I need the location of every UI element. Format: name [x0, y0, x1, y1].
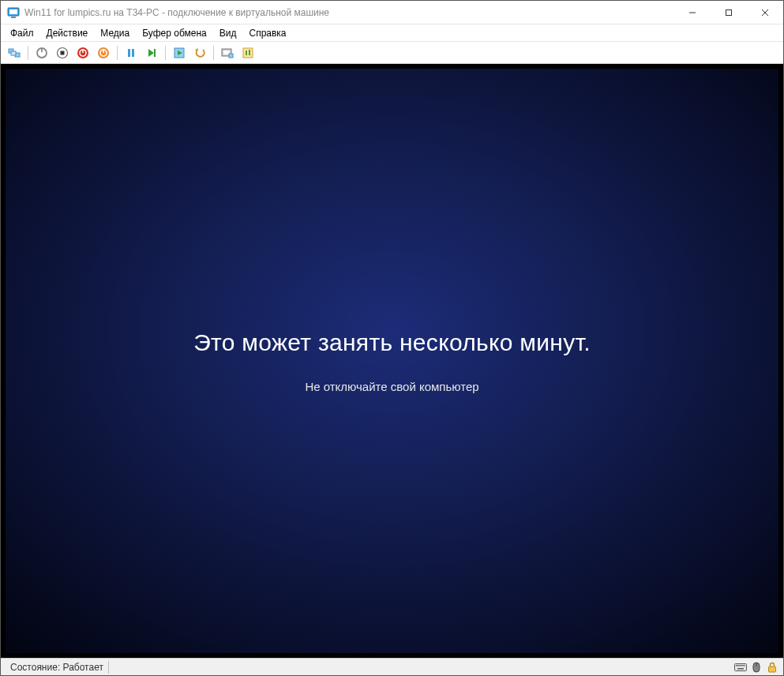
save-icon[interactable]: [95, 44, 112, 62]
turn-off-icon[interactable]: [54, 44, 71, 62]
svg-marker-22: [148, 49, 154, 57]
svg-rect-9: [11, 51, 16, 55]
vm-guest-screen[interactable]: Это может занять несколько минут. Не отк…: [6, 69, 778, 653]
maximize-button[interactable]: [711, 1, 747, 24]
mouse-icon: [750, 661, 763, 674]
minimize-button[interactable]: [674, 1, 711, 24]
svg-rect-4: [726, 9, 732, 15]
setup-subtext: Не отключайте свой компьютер: [305, 380, 478, 393]
enhanced-session-icon[interactable]: [219, 44, 236, 62]
app-window: Win11 for lumpics.ru на T34-PC - подключ…: [1, 1, 783, 675]
toolbar-separator: [28, 46, 28, 60]
window-title: Win11 for lumpics.ru на T34-PC - подключ…: [24, 7, 674, 18]
svg-rect-32: [249, 50, 250, 55]
toolbar: [1, 42, 783, 64]
svg-rect-2: [11, 17, 16, 18]
window-controls: [674, 1, 783, 24]
ctrl-alt-del-icon[interactable]: [6, 44, 23, 62]
setup-heading: Это может занять несколько минут.: [193, 329, 591, 356]
menu-clipboard[interactable]: Буфер обмена: [136, 26, 213, 40]
statusbar: Состояние: Работает: [1, 658, 783, 675]
svg-rect-36: [739, 665, 741, 667]
svg-rect-40: [737, 668, 744, 670]
status-state: Состояние: Работает: [6, 661, 109, 674]
menu-media[interactable]: Медиа: [94, 26, 136, 40]
menu-help[interactable]: Справка: [242, 26, 292, 40]
pause-icon[interactable]: [122, 44, 140, 62]
svg-rect-29: [229, 54, 233, 58]
lock-icon: [766, 661, 778, 674]
svg-rect-39: [744, 665, 745, 667]
vm-app-icon: [7, 6, 20, 19]
toolbar-separator: [213, 46, 214, 60]
reset-icon[interactable]: [143, 44, 160, 62]
svg-rect-35: [737, 665, 739, 667]
shutdown-icon[interactable]: [74, 44, 92, 62]
start-icon[interactable]: [33, 44, 51, 62]
svg-rect-33: [735, 663, 747, 670]
share-icon[interactable]: [239, 44, 257, 62]
svg-rect-23: [154, 49, 156, 57]
menu-action[interactable]: Действие: [40, 26, 95, 40]
close-button[interactable]: [747, 1, 783, 24]
keyboard-icon: [734, 661, 747, 674]
svg-rect-1: [9, 9, 17, 14]
toolbar-separator: [117, 46, 118, 60]
svg-rect-13: [61, 51, 65, 54]
revert-icon[interactable]: [191, 44, 208, 62]
svg-rect-38: [742, 665, 744, 667]
svg-rect-20: [128, 49, 130, 57]
vm-display-frame: Это может занять несколько минут. Не отк…: [1, 64, 783, 658]
svg-rect-43: [769, 667, 776, 672]
toolbar-separator: [165, 46, 166, 60]
svg-rect-37: [741, 665, 742, 667]
svg-rect-34: [736, 665, 737, 667]
menu-file[interactable]: Файл: [4, 26, 40, 40]
svg-rect-31: [246, 51, 247, 55]
svg-rect-21: [132, 49, 134, 57]
svg-rect-30: [243, 48, 253, 58]
menubar: Файл Действие Медиа Буфер обмена Вид Спр…: [1, 24, 783, 42]
menu-view[interactable]: Вид: [213, 26, 243, 40]
checkpoint-icon[interactable]: [171, 44, 188, 62]
titlebar: Win11 for lumpics.ru на T34-PC - подключ…: [1, 1, 783, 24]
